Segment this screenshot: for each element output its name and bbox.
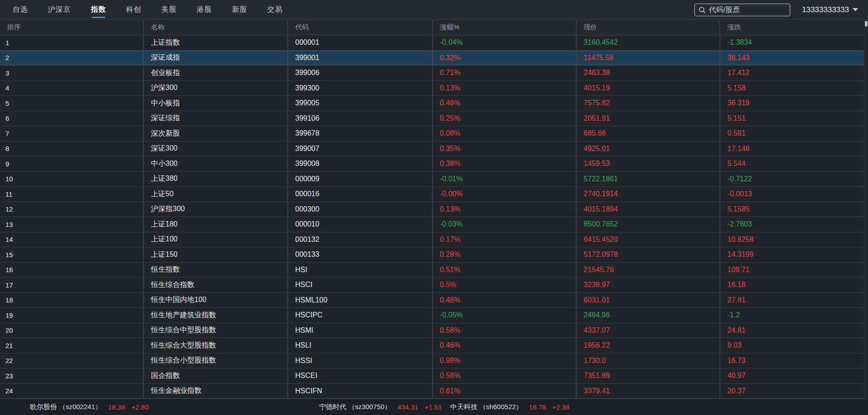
table-row[interactable]: 21恒生综合大型股指数HSLI0.46%1956.229.03 [0, 338, 868, 354]
nav-tab[interactable]: 科创 [126, 0, 142, 19]
change-cell: 5.544 [720, 156, 868, 171]
table-row[interactable]: 6深证综指3991060.25%2051.915.151 [0, 111, 868, 127]
code-cell: 399007 [288, 141, 433, 156]
price-cell: 4015.1894 [576, 202, 720, 217]
table-row[interactable]: 10上证380000009-0.01%5722.1861-0.7122 [0, 172, 868, 187]
ticker-name: 宁德时代 （sz300750） [319, 403, 391, 411]
ticker-change: +2.80 [132, 403, 149, 411]
table-row[interactable]: 9中小3003990080.38%1459.535.544 [0, 156, 868, 172]
code-cell: 399106 [288, 111, 433, 126]
name-cell: 恒生综合小型股指数 [144, 354, 288, 368]
change-cell: 36.143 [720, 51, 868, 66]
table-row[interactable]: 4沪深3003993000.13%4015.195.158 [0, 81, 868, 96]
price-cell: 7351.89 [576, 368, 720, 383]
search-box[interactable] [694, 4, 790, 16]
table-row[interactable]: 8深证3003990070.35%4925.0117.146 [0, 141, 868, 157]
footer-ticker[interactable]: 宁德时代 （sz300750）434.31+1.51 [319, 399, 442, 415]
table-row[interactable]: 16恒生指数HSI0.51%21545.76109.71 [0, 263, 868, 278]
table-row[interactable]: 14上证1000001320.17%6415.452010.8258 [0, 232, 868, 248]
code-cell: 399001 [288, 51, 433, 66]
name-cell: 恒生中国内地100 [144, 293, 288, 308]
name-cell: 上证380 [144, 172, 288, 187]
nav-tab[interactable]: 自选 [13, 0, 28, 19]
nav-tab[interactable]: 港股 [197, 0, 212, 19]
name-cell: 沪深300 [144, 81, 288, 96]
nav-tab[interactable]: 指数 [91, 0, 106, 19]
rank-cell: 5 [0, 96, 144, 111]
rank-cell: 22 [0, 354, 144, 368]
table-row[interactable]: 20恒生综合中型股指数HSMI0.58%4337.0724.81 [0, 323, 868, 339]
name-cell: 上证指数 [144, 35, 288, 50]
nav-tab[interactable]: 交易 [267, 0, 283, 19]
code-cell: 000010 [288, 217, 433, 232]
ticker-price: 18.38 [108, 403, 125, 411]
price-cell: 1459.53 [576, 156, 720, 171]
rank-cell: 11 [0, 187, 144, 202]
account-dropdown[interactable]: 13333333333 [802, 5, 858, 14]
nav-right: 13333333333 [694, 4, 868, 16]
name-cell: 恒生综合大型股指数 [144, 338, 288, 353]
table-row[interactable]: 3创业板指3990060.71%2463.3817.412 [0, 66, 868, 81]
rank-cell: 2 [0, 51, 144, 66]
table-row[interactable]: 22恒生综合小型股指数HSSI0.98%1730.016.73 [0, 354, 868, 369]
ticker-price: 16.78 [529, 403, 546, 411]
rank-cell: 12 [0, 202, 144, 217]
search-input[interactable] [709, 6, 786, 14]
code-cell: 000132 [288, 232, 433, 247]
table-row[interactable]: 7深次新股3996780.08%685.680.581 [0, 126, 868, 141]
change-cell: 40.97 [720, 368, 868, 383]
price-cell: 3160.4542 [576, 35, 720, 50]
code-cell: 399005 [288, 96, 433, 111]
table-row[interactable]: 11上证50000016-0.00%2740.1914-0.0013 [0, 187, 868, 202]
table-row[interactable]: 24恒生金融业指数HSCIFN0.61%3379.4120.37 [0, 384, 868, 399]
code-cell: HSCI [288, 278, 433, 292]
rank-cell: 7 [0, 126, 144, 141]
vertical-scrollbar[interactable] [864, 20, 868, 399]
change-cell: -0.7122 [720, 172, 868, 187]
code-cell: HSCIFN [288, 384, 433, 399]
price-cell: 3238.97 [576, 278, 720, 292]
nav-tab[interactable]: 新股 [232, 0, 247, 19]
footer-ticker[interactable]: 中天科技 （sh600522）16.78+2.38 [450, 399, 570, 415]
code-cell: HSCEI [288, 368, 433, 383]
code-cell: 399008 [288, 156, 433, 171]
table-row[interactable]: 18恒生中国内地100HSML1000.46%6031.0127.81 [0, 293, 868, 308]
price-cell: 4015.19 [576, 81, 720, 96]
price-cell: 2464.96 [576, 308, 720, 323]
name-cell: 深次新股 [144, 126, 288, 141]
change-cell: 14.3199 [720, 247, 868, 262]
table-row[interactable]: 19恒生地产建筑业指数HSCIPC-0.05%2464.96-1.2 [0, 308, 868, 323]
code-cell: 000016 [288, 187, 433, 202]
change-cell: 9.03 [720, 338, 868, 353]
code-cell: 000133 [288, 247, 433, 262]
search-icon [698, 6, 706, 14]
code-cell: 000300 [288, 202, 433, 217]
price-cell: 2463.38 [576, 66, 720, 80]
name-cell: 恒生综合中型股指数 [144, 323, 288, 338]
ticker-change: +2.38 [552, 403, 570, 411]
table-row[interactable]: 15上证1500001330.28%5172.097814.3199 [0, 247, 868, 263]
scrollbar-thumb[interactable] [865, 21, 868, 27]
change-cell: 20.37 [720, 384, 868, 399]
nav-tab[interactable]: 美股 [161, 0, 177, 19]
column-header: 名称 [144, 20, 288, 35]
pct-cell: -0.00% [433, 187, 576, 202]
table-row[interactable]: 12沪深指3000003000.13%4015.18945.1585 [0, 202, 868, 217]
footer-ticker[interactable]: 歌尔股份 （sz002241）18.38+2.80 [30, 399, 149, 415]
table-row[interactable]: 17恒生综合指数HSCI0.5%3238.9716.18 [0, 278, 868, 293]
column-header: 现价 [576, 20, 720, 35]
table-row[interactable]: 5中小板指3990050.48%7575.8236.319 [0, 96, 868, 111]
price-cell: 3379.41 [576, 384, 720, 399]
table-row[interactable]: 1上证指数000001-0.04%3160.4542-1.3834 [0, 35, 868, 51]
table-row[interactable]: 13上证180000010-0.03%8500.7652-2.7603 [0, 217, 868, 232]
name-cell: 创业板指 [144, 66, 288, 80]
nav-tab[interactable]: 沪深京 [48, 0, 71, 19]
rank-cell: 24 [0, 384, 144, 399]
table-row[interactable]: 23国企指数HSCEI0.56%7351.8940.97 [0, 368, 868, 384]
change-cell: 16.18 [720, 278, 868, 292]
rank-cell: 13 [0, 217, 144, 232]
name-cell: 恒生指数 [144, 263, 288, 278]
name-cell: 中小300 [144, 156, 288, 171]
pct-cell: 0.08% [433, 126, 576, 141]
table-row[interactable]: 2深证成指3990010.32%11475.5836.143 [0, 51, 868, 66]
